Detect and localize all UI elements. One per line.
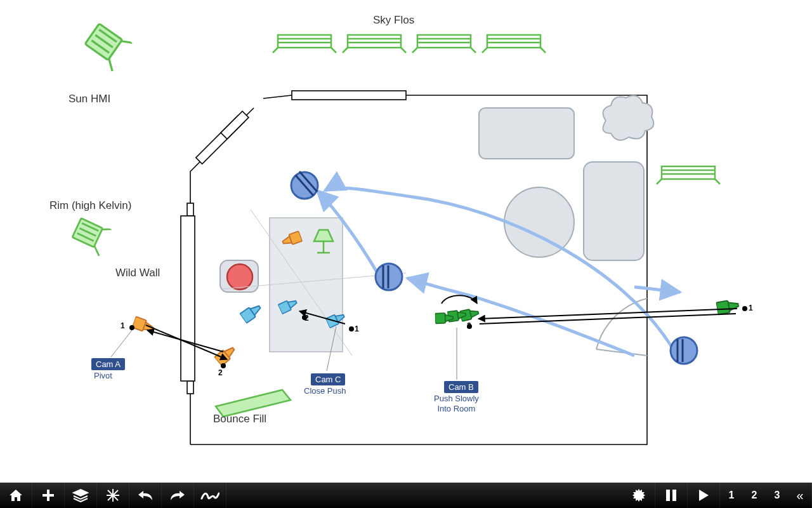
marker-2c: 2 xyxy=(467,321,471,330)
bottom-toolbar: 1 2 3 « xyxy=(0,483,812,508)
settings-button[interactable] xyxy=(623,483,655,508)
marker-1c: 1 xyxy=(749,304,753,312)
red-mark xyxy=(227,264,252,290)
snowflake-button[interactable] xyxy=(97,483,129,508)
svg-line-68 xyxy=(657,179,662,184)
svg-point-8 xyxy=(504,187,574,257)
svg-line-35 xyxy=(480,314,736,324)
svg-point-27 xyxy=(130,326,134,330)
layers-button[interactable] xyxy=(65,483,97,508)
marker-2b: 2 xyxy=(304,314,309,323)
svg-rect-65 xyxy=(662,166,715,179)
svg-line-29 xyxy=(111,330,132,357)
step-1-button[interactable]: 1 xyxy=(720,483,743,508)
chip-cam-c: Cam C xyxy=(311,373,345,385)
pause-button[interactable] xyxy=(655,483,688,508)
svg-rect-1 xyxy=(187,203,193,216)
svg-point-21 xyxy=(671,337,697,364)
light-rim xyxy=(70,216,111,256)
cloud-shape xyxy=(603,95,654,140)
svg-line-48 xyxy=(273,48,278,53)
svg-rect-77 xyxy=(666,490,670,501)
svg-rect-55 xyxy=(417,35,471,48)
label-sky-flos: Sky Flos xyxy=(373,14,414,27)
marker-1: 1 xyxy=(121,321,125,330)
svg-rect-60 xyxy=(487,35,540,48)
freehand-button[interactable] xyxy=(194,483,226,508)
svg-rect-78 xyxy=(672,490,676,501)
label-sun-hmi: Sun HMI xyxy=(69,93,110,105)
svg-rect-45 xyxy=(278,35,331,48)
svg-line-64 xyxy=(540,48,546,53)
svg-rect-50 xyxy=(348,35,401,48)
svg-line-59 xyxy=(471,48,476,53)
svg-line-69 xyxy=(715,179,720,184)
marker-2: 2 xyxy=(218,368,223,377)
home-button[interactable] xyxy=(0,483,32,508)
step-2-button[interactable]: 2 xyxy=(743,483,766,508)
label-rim: Rim (high Kelvin) xyxy=(49,199,131,212)
sub-cam-c: Close Push xyxy=(304,386,346,396)
step-3-button[interactable]: 3 xyxy=(766,483,789,508)
collapse-button[interactable]: « xyxy=(789,483,812,508)
svg-rect-7 xyxy=(584,162,644,260)
sub-cam-a: Pivot xyxy=(94,371,112,380)
diagram-svg xyxy=(0,0,812,483)
svg-rect-3 xyxy=(292,91,406,100)
add-button[interactable] xyxy=(32,483,65,508)
svg-point-28 xyxy=(221,364,225,368)
undo-button[interactable] xyxy=(129,483,162,508)
svg-rect-2 xyxy=(181,216,195,381)
svg-line-53 xyxy=(343,48,348,53)
svg-point-31 xyxy=(350,327,353,331)
light-sun-hmi xyxy=(81,21,132,71)
redo-button[interactable] xyxy=(162,483,194,508)
furniture xyxy=(479,95,653,356)
svg-rect-5 xyxy=(221,111,249,139)
svg-line-49 xyxy=(331,48,336,53)
label-wild-wall: Wild Wall xyxy=(115,267,160,279)
svg-line-54 xyxy=(401,48,406,53)
chip-cam-b: Cam B xyxy=(444,381,478,393)
svg-rect-71 xyxy=(43,494,54,497)
svg-rect-0 xyxy=(187,381,193,394)
svg-point-36 xyxy=(743,307,747,311)
svg-rect-6 xyxy=(479,108,574,159)
svg-line-63 xyxy=(482,48,487,53)
label-bounce-fill: Bounce Fill xyxy=(213,413,266,425)
chip-cam-a: Cam A xyxy=(91,358,125,370)
svg-line-58 xyxy=(412,48,417,53)
play-button[interactable] xyxy=(688,483,720,508)
sub-cam-b: Push Slowly Into Room xyxy=(434,394,479,413)
marker-1b: 1 xyxy=(355,324,359,333)
diagram-canvas[interactable]: Sky Flos Sun HMI Rim (high Kelvin) Wild … xyxy=(0,0,812,483)
